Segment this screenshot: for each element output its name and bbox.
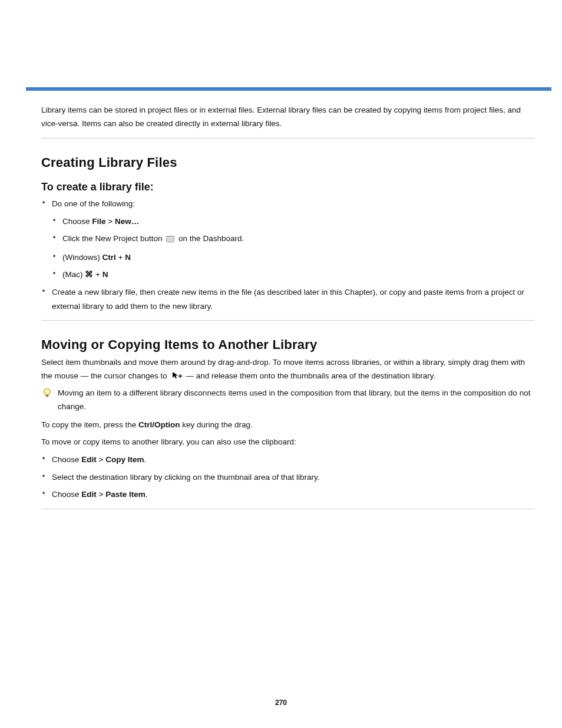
clip-step-select: Select the destination library by clicki… xyxy=(41,470,535,485)
bullet-do-one: Do one of the following: Choose File > N… xyxy=(41,197,535,282)
bullet-create-new-library: Create a new library file, then create n… xyxy=(41,285,535,313)
move-cursor-icon xyxy=(171,371,182,384)
divider-1 xyxy=(41,138,535,139)
divider-2 xyxy=(41,320,535,321)
intro-text: Library items can be stored in project f… xyxy=(41,104,535,131)
step-label-1: To create a library file: xyxy=(41,181,535,193)
svg-marker-5 xyxy=(173,372,178,378)
sub-click-new-project: Click the New Project button on the Dash… xyxy=(52,232,535,247)
lightbulb-icon xyxy=(43,388,51,401)
tip-row: Moving an item to a different library di… xyxy=(41,388,535,414)
clip-step-paste: Choose Edit > Paste Item. xyxy=(41,487,535,502)
svg-rect-2 xyxy=(167,239,170,241)
sub-choose-file-new: Choose File > New… xyxy=(52,215,535,229)
section-heading-move: Moving or Copying Items to Another Libra… xyxy=(41,337,535,353)
svg-rect-3 xyxy=(170,239,173,239)
svg-point-8 xyxy=(44,388,50,395)
bullet-lead-text: Do one of the following: xyxy=(52,199,135,208)
clip-step-copy: Choose Edit > Copy Item. xyxy=(41,453,535,467)
section-heading-create: Creating Library Files xyxy=(41,155,535,170)
new-project-icon xyxy=(166,233,174,247)
svg-rect-1 xyxy=(167,236,174,238)
clipboard-lead: To move or copy items to another library… xyxy=(41,436,535,449)
divider-3 xyxy=(41,509,535,509)
top-rule xyxy=(26,87,551,91)
copy-paragraph: To copy the item, press the Ctrl/Option … xyxy=(41,419,535,432)
tip-text: Moving an item to a different library di… xyxy=(58,387,535,414)
sub-windows-shortcut: (Windows) Ctrl + N xyxy=(52,251,535,265)
move-paragraph-1: Select item thumbnails and move them aro… xyxy=(41,356,535,384)
sub-mac-shortcut: (Mac) ⌘ + N xyxy=(52,268,535,282)
page-number: 270 xyxy=(0,699,562,707)
svg-rect-4 xyxy=(170,240,173,241)
page-content: Library items can be stored in project f… xyxy=(41,100,535,515)
